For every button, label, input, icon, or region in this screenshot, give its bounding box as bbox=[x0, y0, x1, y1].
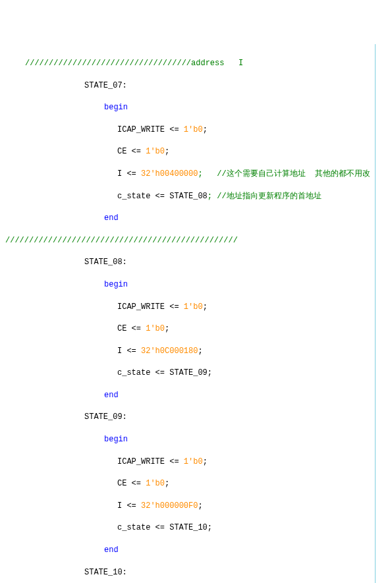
code-line: CE <= 1'b0; bbox=[5, 478, 370, 489]
state-label: STATE_10: bbox=[5, 567, 370, 578]
code-line: c_state <= STATE_08; //地址指向更新程序的首地址 bbox=[5, 191, 370, 202]
code-line: I <= 32'h00400000; //这个需要自己计算地址 其他的都不用改 bbox=[5, 169, 370, 180]
begin-kw: begin bbox=[5, 102, 370, 113]
begin-kw: begin bbox=[5, 434, 370, 445]
code-line: ICAP_WRITE <= 1'b0; bbox=[5, 302, 370, 313]
end-kw: end bbox=[5, 390, 370, 401]
comment-divider: ////////////////////////////////////////… bbox=[5, 235, 370, 246]
code-line: I <= 32'h0C000180; bbox=[5, 346, 370, 357]
code-line: CE <= 1'b0; bbox=[5, 146, 370, 157]
code-line: ICAP_WRITE <= 1'b0; bbox=[5, 125, 370, 136]
code-line: ICAP_WRITE <= 1'b0; bbox=[5, 457, 370, 468]
code-line: CE <= 1'b0; bbox=[5, 323, 370, 335]
state-label: STATE_09: bbox=[5, 412, 370, 423]
begin-kw: begin bbox=[5, 279, 370, 291]
code-line: I <= 32'h000000F0; bbox=[5, 501, 370, 512]
code-editor: ///////////////////////////////////addre… bbox=[0, 44, 376, 583]
comment-line: ///////////////////////////////////addre… bbox=[5, 58, 370, 69]
state-label: STATE_07: bbox=[5, 80, 370, 92]
code-line: c_state <= STATE_09; bbox=[5, 368, 370, 379]
end-kw: end bbox=[5, 545, 370, 556]
state-label: STATE_08: bbox=[5, 257, 370, 268]
code-line: c_state <= STATE_10; bbox=[5, 522, 370, 534]
end-kw: end bbox=[5, 213, 370, 224]
